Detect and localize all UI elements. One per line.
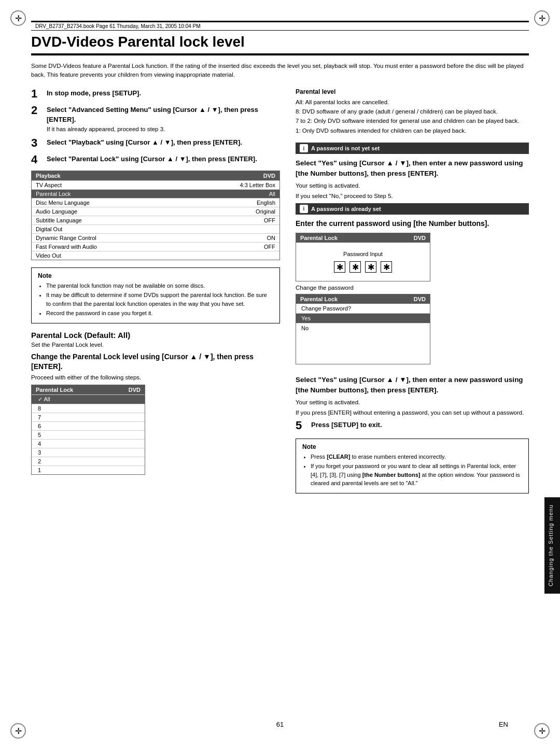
- step-5-text: Press [SETUP] to exit.: [311, 420, 382, 430]
- step-2-number: 2: [31, 105, 43, 116]
- step-1-text: In stop mode, press [SETUP].: [47, 88, 141, 98]
- change-pw-yes: Yes: [296, 313, 430, 323]
- star-1: ✱: [334, 261, 345, 273]
- right-column: Parental level All: All parental locks a…: [296, 88, 529, 501]
- parental-menu-item-7: 7: [32, 413, 145, 421]
- change-pw-note: Change the password: [296, 285, 529, 291]
- playback-row-tv-aspect: TV Aspect 4:3 Letter Box: [32, 180, 279, 189]
- info-icon-already-set: i: [300, 205, 308, 213]
- password-stars: ✱ ✱ ✱ ✱: [300, 261, 426, 273]
- note-2-item-2: If you forget your password or you want …: [311, 462, 522, 488]
- note-box-2: Note Press [CLEAR] to erase numbers ente…: [296, 439, 529, 493]
- change-pw-header: Parental Lock DVD: [296, 294, 430, 304]
- step-3: 3 Select "Playback" using [Cursor ▲ / ▼]…: [31, 137, 280, 149]
- step-3-number: 3: [31, 137, 43, 149]
- step-4: 4 Select "Parental Lock" using [Cursor ▲…: [31, 154, 280, 165]
- step-5-number: 5: [296, 420, 307, 431]
- step-1-number: 1: [31, 88, 43, 100]
- info-icon-not-set: i: [300, 144, 308, 152]
- header-bar: DRV_B2737_B2734.book Page 61 Thursday, M…: [31, 21, 529, 31]
- right-step2-select-yes: Select "Yes" using [Cursor ▲ / ▼], then …: [296, 375, 529, 396]
- password-already-set-label: A password is already set: [311, 206, 381, 212]
- step-3-text: Select "Playback" using [Cursor ▲ / ▼], …: [47, 137, 242, 148]
- side-tab: Changing the Setting menu: [544, 497, 560, 593]
- parental-level-1: 1: Only DVD softwares intended for child…: [296, 126, 529, 135]
- page-title: DVD-Videos Parental lock level: [31, 34, 529, 55]
- parental-level-items: All: All parental locks are cancelled. 8…: [296, 97, 529, 136]
- step-4-text: Select "Parental Lock" using [Cursor ▲ /…: [47, 154, 257, 164]
- parental-lock-heading: Parental Lock (Default: All): [31, 331, 280, 340]
- note-title: Note: [38, 272, 273, 279]
- right-step-sub1: Your setting is activated.: [296, 182, 529, 189]
- password-not-set-label: A password is not yet set: [311, 145, 380, 151]
- change-pw-screen: Parental Lock DVD Change Password? Yes N…: [296, 294, 430, 364]
- parental-menu-item-4: 4: [32, 439, 145, 448]
- playback-row-parental: Parental Lock All: [32, 189, 279, 198]
- header-text: DRV_B2737_B2734.book Page 61 Thursday, M…: [35, 23, 201, 29]
- playback-row-digital: Digital Out: [32, 224, 279, 233]
- playback-row-video: Video Out: [32, 251, 279, 260]
- right-step-sub2: If you select "No," proceed to Step 5.: [296, 193, 529, 199]
- change-level-heading: Change the Parental Lock level using [Cu…: [31, 352, 280, 372]
- change-pw-no: No: [296, 323, 430, 333]
- playback-row-dynamic: Dynamic Range Control ON: [32, 233, 279, 242]
- parental-menu-item-8: 8: [32, 404, 145, 413]
- password-input-screen: Parental Lock DVD Password Input ✱ ✱ ✱ ✱: [296, 233, 430, 281]
- step-2-subtext: If it has already appeared, proceed to s…: [47, 126, 280, 132]
- star-4: ✱: [381, 261, 392, 273]
- password-already-set-box: i A password is already set: [296, 203, 529, 215]
- parental-menu-item-5: 5: [32, 430, 145, 439]
- parental-lock-menu-title: Parental Lock: [36, 387, 73, 393]
- password-screen-header: Parental Lock DVD: [296, 233, 430, 243]
- parental-level-title: Parental level: [296, 88, 529, 95]
- star-2: ✱: [349, 261, 361, 273]
- note-2-title: Note: [302, 443, 522, 450]
- change-pw-question: Change Password?: [296, 304, 430, 313]
- playback-row-audio: Audio Language Original: [32, 207, 279, 216]
- playback-row-subtitle: Subtitle Language OFF: [32, 216, 279, 224]
- playback-menu: Playback DVD TV Aspect 4:3 Letter Box Pa…: [31, 171, 280, 260]
- parental-level-box: Parental level All: All parental locks a…: [296, 88, 529, 136]
- step-5: 5 Press [SETUP] to exit.: [296, 420, 529, 431]
- note-list: The parental lock function may not be av…: [38, 281, 273, 318]
- password-input-area: Password Input ✱ ✱ ✱ ✱: [296, 243, 430, 281]
- parental-lock-subtext: Set the Parental Lock level.: [31, 342, 280, 348]
- parental-menu-item-3: 3: [32, 448, 145, 457]
- parental-level-7-2: 7 to 2: Only DVD software intended for g…: [296, 116, 529, 125]
- playback-menu-header: Playback DVD: [32, 171, 279, 180]
- parental-level-all: All: All parental locks are cancelled.: [296, 97, 529, 107]
- parental-lock-menu-header: Parental Lock DVD: [32, 385, 145, 394]
- right-step2-sub2: If you press [ENTER] without entering a …: [296, 409, 529, 416]
- playback-menu-title: Playback: [36, 173, 61, 179]
- parental-menu-item-6: 6: [32, 421, 145, 430]
- change-pw-dvd: DVD: [414, 296, 426, 302]
- step-1: 1 In stop mode, press [SETUP].: [31, 88, 280, 100]
- playback-row-fastforward: Fast Forward with Audio OFF: [32, 242, 279, 251]
- password-input-label: Password Input: [300, 251, 426, 257]
- parental-lock-menu-dvd: DVD: [129, 387, 141, 393]
- note-item-3: Record the password in case you forget i…: [46, 309, 273, 318]
- playback-menu-dvd: DVD: [263, 173, 275, 179]
- pw-screen-title: Parental Lock: [300, 235, 338, 241]
- step-2-text: Select "Advanced Setting Menu" using [Cu…: [47, 105, 280, 125]
- note-item-1: The parental lock function may not be av…: [46, 281, 273, 290]
- parental-menu-item-all: All: [32, 394, 145, 404]
- proceed-text: Proceed with either of the following ste…: [31, 374, 280, 380]
- page-en-label: EN: [499, 720, 508, 728]
- parental-menu-item-2: 2: [32, 457, 145, 465]
- parental-level-8: 8: DVD software of any grade (adult / ge…: [296, 107, 529, 116]
- right-step2-sub1: Your setting is activated.: [296, 399, 529, 405]
- parental-lock-menu: Parental Lock DVD All 8 7 6 5 4 3 2 1: [31, 385, 145, 475]
- right-step-select-yes: Select "Yes" using [Cursor ▲ / ▼], then …: [296, 158, 529, 179]
- note-item-2: It may be difficult to determine if some…: [46, 291, 273, 308]
- pw-screen-dvd: DVD: [414, 235, 426, 241]
- page-number: 61: [276, 720, 284, 728]
- step-4-number: 4: [31, 154, 43, 165]
- playback-row-disc-menu: Disc Menu Language English: [32, 198, 279, 207]
- intro-text: Some DVD-Videos feature a Parental Lock …: [31, 62, 529, 80]
- note-2-list: Press [CLEAR] to erase numbers entered i…: [302, 453, 522, 488]
- note-2-item-1: Press [CLEAR] to erase numbers entered i…: [311, 453, 522, 461]
- star-3: ✱: [365, 261, 376, 273]
- parental-menu-item-1: 1: [32, 465, 145, 474]
- step-2: 2 Select "Advanced Setting Menu" using […: [31, 105, 280, 132]
